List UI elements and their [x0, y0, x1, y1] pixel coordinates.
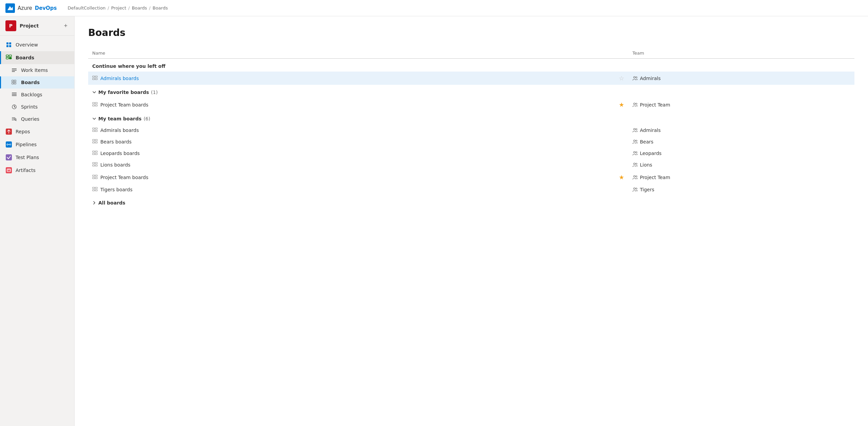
- section-toggle-favorites[interactable]: My favorite boards (1): [92, 90, 158, 95]
- page-title: Boards: [88, 27, 854, 38]
- svg-rect-71: [93, 177, 95, 179]
- topbar: Azure DevOps DefaultCollection / Project…: [0, 0, 868, 16]
- board-name-link[interactable]: Admirals boards: [100, 76, 139, 81]
- board-grid-icon: [92, 162, 98, 168]
- app-logo[interactable]: Azure DevOps: [5, 3, 57, 13]
- sidebar-item-sprints[interactable]: Sprints: [0, 101, 74, 113]
- svg-rect-72: [95, 177, 97, 179]
- board-name-cell: Leopards boards: [88, 148, 615, 159]
- repos-label: Repos: [16, 129, 30, 134]
- team-info: Project Team: [632, 102, 850, 108]
- svg-point-43: [634, 103, 635, 104]
- sidebar-item-boards[interactable]: Boards: [0, 76, 74, 89]
- breadcrumb-item-3[interactable]: Boards: [153, 5, 168, 11]
- star-filled-icon[interactable]: ★: [619, 101, 624, 108]
- sprints-label: Sprints: [21, 104, 38, 110]
- svg-rect-63: [93, 162, 95, 164]
- sidebar-item-test-plans[interactable]: Test Plans: [0, 151, 74, 164]
- azure-devops-logo-icon: [5, 3, 15, 13]
- svg-rect-8: [9, 57, 12, 59]
- star-cell[interactable]: [615, 148, 628, 159]
- sidebar-item-repos[interactable]: Repos: [0, 125, 74, 138]
- all-boards-toggle[interactable]: All boards: [92, 200, 125, 206]
- board-name-cell: Admirals boards: [88, 72, 615, 85]
- sprints-icon: [11, 103, 18, 110]
- svg-rect-22: [12, 120, 14, 120]
- sidebar-item-work-items[interactable]: Work Items: [0, 64, 74, 76]
- backlogs-label: Backlogs: [21, 92, 42, 97]
- sidebar-item-overview[interactable]: Overview: [0, 38, 74, 51]
- star-cell[interactable]: ☆: [615, 72, 628, 85]
- sidebar-item-artifacts[interactable]: Artifacts: [0, 164, 74, 177]
- sidebar-item-queries[interactable]: Queries: [0, 113, 74, 125]
- table-row[interactable]: Tigers boards Tigers: [88, 184, 854, 195]
- team-name: Tigers: [640, 187, 654, 192]
- star-cell[interactable]: ★: [615, 171, 628, 184]
- table-row[interactable]: Admirals boards ☆ Admirals: [88, 72, 854, 85]
- team-cell: Tigers: [628, 184, 854, 195]
- svg-rect-11: [12, 71, 15, 72]
- sidebar-item-boards-section[interactable]: Boards: [0, 51, 74, 64]
- svg-rect-66: [95, 165, 97, 166]
- svg-rect-13: [12, 82, 14, 84]
- sidebar: P Project + Overview: [0, 16, 75, 426]
- sidebar-item-pipelines[interactable]: Pipelines: [0, 138, 74, 151]
- work-items-label: Work Items: [21, 67, 48, 73]
- logo-devops-text: DevOps: [35, 5, 57, 11]
- board-name-cell: Project Team boards: [88, 171, 615, 184]
- repos-icon: [5, 128, 12, 135]
- team-icon: [632, 139, 638, 144]
- board-name-text: Lions boards: [100, 162, 131, 168]
- svg-rect-54: [95, 142, 97, 143]
- table-row[interactable]: Lions boards Lions: [88, 159, 854, 171]
- table-row[interactable]: Project Team boards ★ Project Team: [88, 171, 854, 184]
- boards-table: Name Team Continue where you left off Ad…: [88, 48, 854, 211]
- svg-rect-15: [14, 82, 16, 84]
- svg-rect-29: [6, 154, 12, 160]
- star-empty-icon[interactable]: ☆: [619, 75, 624, 82]
- board-name: Tigers boards: [92, 187, 611, 192]
- overview-label: Overview: [16, 42, 38, 47]
- table-row[interactable]: Project Team boards ★ Project Team: [88, 98, 854, 111]
- team-name: Admirals: [640, 76, 660, 81]
- star-cell[interactable]: [615, 159, 628, 171]
- board-name-cell: Bears boards: [88, 136, 615, 148]
- section-header-favorites: My favorite boards (1): [88, 85, 854, 98]
- team-icon: [632, 128, 638, 133]
- table-row[interactable]: Admirals boards Admirals: [88, 124, 854, 136]
- star-cell[interactable]: [615, 184, 628, 195]
- svg-point-73: [634, 175, 635, 177]
- board-name-text: Leopards boards: [100, 151, 140, 156]
- add-project-button[interactable]: +: [62, 21, 69, 30]
- svg-point-38: [636, 77, 637, 78]
- star-filled-icon[interactable]: ★: [619, 174, 624, 181]
- section-toggle-team-boards[interactable]: My team boards (6): [92, 116, 150, 121]
- test-plans-icon: [5, 154, 12, 161]
- star-cell[interactable]: [615, 136, 628, 148]
- star-cell[interactable]: [615, 124, 628, 136]
- breadcrumb-item-1[interactable]: Project: [111, 5, 126, 11]
- svg-rect-70: [95, 175, 97, 176]
- board-name-text: Project Team boards: [100, 102, 149, 108]
- svg-rect-30: [6, 167, 12, 173]
- col-header-team: Team: [628, 48, 854, 59]
- boards-icon: [11, 79, 18, 86]
- breadcrumb-item-0[interactable]: DefaultCollection: [68, 5, 106, 11]
- svg-rect-53: [93, 142, 95, 143]
- breadcrumb-item-2[interactable]: Boards: [132, 5, 147, 11]
- board-grid-icon: [92, 139, 98, 144]
- table-row[interactable]: Leopards boards Leopards: [88, 148, 854, 159]
- all-boards-row[interactable]: All boards: [88, 195, 854, 211]
- queries-icon: [11, 116, 18, 122]
- project-info: P Project: [5, 20, 39, 31]
- svg-rect-40: [95, 102, 97, 104]
- logo-azure-text: Azure: [18, 5, 32, 11]
- svg-rect-60: [95, 153, 97, 155]
- team-name: Admirals: [640, 128, 660, 133]
- board-grid-icon: [92, 151, 98, 156]
- svg-point-50: [636, 129, 637, 130]
- table-row[interactable]: Bears boards Bears: [88, 136, 854, 148]
- sidebar-item-backlogs[interactable]: Backlogs: [0, 89, 74, 101]
- team-cell: Project Team: [628, 98, 854, 111]
- star-cell[interactable]: ★: [615, 98, 628, 111]
